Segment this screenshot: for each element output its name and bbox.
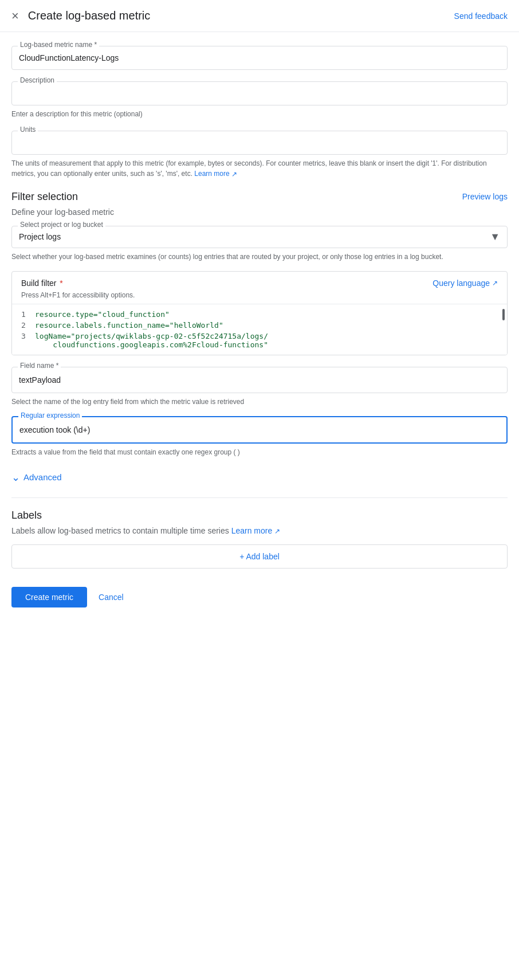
- labels-section: Labels Labels allow log-based metrics to…: [11, 509, 508, 569]
- units-hint: The units of measurement that apply to t…: [11, 158, 508, 179]
- units-container: Units: [11, 131, 508, 155]
- regex-input[interactable]: [19, 423, 500, 437]
- build-filter-header: Build filter * Query language ↗: [12, 272, 507, 290]
- line-number-2: 2: [21, 321, 35, 330]
- build-filter-required-star: *: [60, 279, 62, 288]
- build-filter-box: Build filter * Query language ↗ Press Al…: [11, 271, 508, 355]
- build-filter-title-row: Build filter *: [21, 279, 63, 288]
- line-number-3: 3: [21, 332, 35, 340]
- code-line-2: 2 resource.labels.function_name="helloWo…: [12, 320, 507, 331]
- add-label-button[interactable]: + Add label: [11, 544, 508, 569]
- code-line-3: 3 logName="projects/qwiklabs-gcp-02-c5f5…: [12, 331, 507, 350]
- description-field: Description Enter a description for this…: [11, 81, 508, 119]
- dropdown-icon: ▼: [490, 231, 500, 243]
- filter-section-subtitle: Define your log-based metric: [11, 207, 508, 217]
- regex-label: Regular expression: [18, 411, 82, 420]
- code-scrollbar: [502, 309, 505, 320]
- metric-name-label: Log-based metric name: [18, 41, 99, 49]
- header-left: × Create log-based metric: [11, 9, 150, 22]
- advanced-section: ⌄ Advanced: [11, 471, 508, 484]
- build-filter-title: Build filter: [21, 279, 56, 288]
- content: Log-based metric name Description Enter …: [0, 32, 519, 644]
- line-number-1: 1: [21, 310, 35, 319]
- code-text-3: logName="projects/qwiklabs-gcp-02-c5f52c…: [35, 332, 498, 349]
- metric-name-input[interactable]: [19, 51, 500, 65]
- chevron-down-icon: ⌄: [11, 471, 20, 484]
- log-bucket-select-value: Project logs: [19, 232, 61, 241]
- filter-selection-section: Filter selection Preview logs Define you…: [11, 191, 508, 457]
- filter-section-header: Filter selection Preview logs: [11, 191, 508, 203]
- metric-name-field: Log-based metric name: [11, 46, 508, 70]
- regex-hint: Extracts a value from the field that mus…: [11, 447, 508, 457]
- send-feedback-link[interactable]: Send feedback: [454, 11, 508, 21]
- units-label: Units: [18, 126, 38, 134]
- field-name-section: Field name * Select the name of the log …: [11, 367, 508, 407]
- labels-learn-more-link[interactable]: Learn more ↗: [231, 526, 280, 535]
- description-container: Description: [11, 81, 508, 105]
- code-text-1: resource.type="cloud_function": [35, 310, 498, 319]
- footer-actions: Create metric Cancel: [11, 587, 508, 630]
- metric-name-container: Log-based metric name: [11, 46, 508, 70]
- cancel-button[interactable]: Cancel: [96, 587, 126, 607]
- log-bucket-select-container: Select project or log bucket Project log…: [11, 226, 508, 248]
- description-label: Description: [18, 76, 57, 84]
- preview-logs-link[interactable]: Preview logs: [462, 192, 508, 201]
- divider: [11, 497, 508, 498]
- field-name-label: Field name *: [18, 362, 61, 370]
- advanced-label: Advanced: [23, 472, 62, 482]
- field-name-container: Field name *: [11, 367, 508, 393]
- units-input[interactable]: [19, 136, 500, 150]
- log-bucket-select-row[interactable]: Project logs ▼: [19, 231, 500, 243]
- labels-title: Labels: [11, 509, 508, 522]
- labels-hint: Labels allow log-based metrics to contai…: [11, 526, 508, 535]
- close-icon[interactable]: ×: [11, 10, 19, 22]
- code-text-2: resource.labels.function_name="helloWorl…: [35, 321, 498, 330]
- accessibility-hint: Press Alt+F1 for accessibility options.: [12, 290, 507, 304]
- regex-section: Regular expression Extracts a value from…: [11, 416, 508, 457]
- code-line-1: 1 resource.type="cloud_function": [12, 309, 507, 320]
- query-language-link[interactable]: Query language ↗: [433, 279, 498, 288]
- code-editor[interactable]: 1 resource.type="cloud_function" 2 resou…: [12, 304, 507, 355]
- query-language-ext-icon: ↗: [492, 279, 498, 287]
- regex-container: Regular expression: [11, 416, 508, 444]
- description-input[interactable]: [19, 87, 500, 100]
- advanced-toggle[interactable]: ⌄ Advanced: [11, 471, 508, 484]
- description-hint: Enter a description for this metric (opt…: [11, 109, 508, 119]
- create-metric-button[interactable]: Create metric: [11, 587, 87, 607]
- units-field: Units The units of measurement that appl…: [11, 131, 508, 179]
- page-title: Create log-based metric: [28, 9, 150, 22]
- labels-learn-more-ext-icon: ↗: [274, 527, 280, 535]
- field-name-input[interactable]: [19, 373, 500, 387]
- header: × Create log-based metric Send feedback: [0, 0, 519, 32]
- filter-section-title: Filter selection: [11, 191, 78, 203]
- log-bucket-select-label: Select project or log bucket: [18, 221, 105, 229]
- units-learn-more-link[interactable]: Learn more ↗: [194, 170, 237, 178]
- field-name-hint: Select the name of the log entry field f…: [11, 397, 508, 407]
- log-bucket-hint: Select whether your log-based metric exa…: [11, 252, 508, 262]
